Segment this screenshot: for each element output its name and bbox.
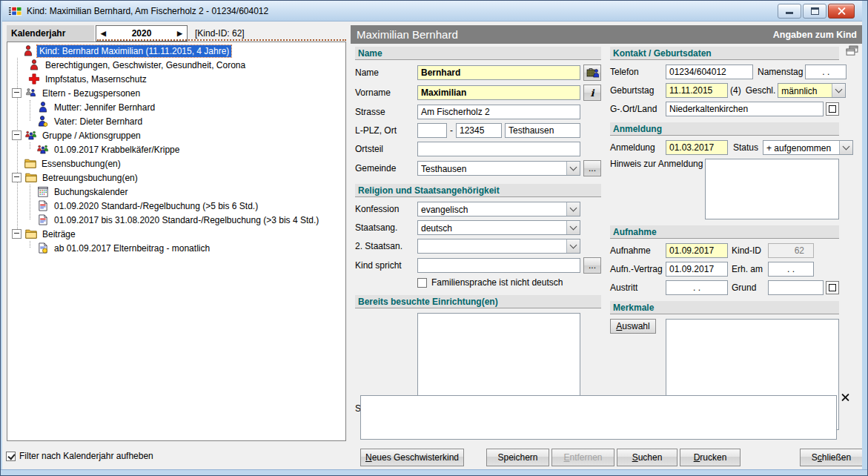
info-button[interactable]: i [583,85,601,101]
tree-item-buchung-2020[interactable]: 01.09.2020 Standard-/Regelbuchung (>5 bi… [7,199,345,213]
tree-item-eltern[interactable]: Eltern - Bezugspersonen [7,86,345,100]
tree-item-label: Buchungskalender [52,186,130,198]
document-calendar-icon [37,214,49,225]
name-row: Name Bernhard [355,65,601,81]
telefon-label: Telefon [610,67,663,77]
collapse-icon[interactable] [12,88,21,98]
folder-icon [24,158,36,169]
persons-pair-icon [25,87,37,99]
aufnahme-field[interactable]: 01.09.2017 [666,243,728,258]
dropdown-button[interactable] [566,221,580,234]
neues-geschwisterkind-button[interactable]: Neues Geschwisterkind [360,449,464,466]
tree-item-impfstatus[interactable]: Impfstatus, Masernschutz [7,72,345,86]
ortsteil-label: Ortsteil [355,144,417,154]
hinweis-textarea[interactable] [705,159,839,219]
drucken-button[interactable]: Drucken [680,449,741,466]
minimize-button[interactable] [778,4,801,19]
kind-spricht-more-button[interactable]: ... [583,257,601,274]
next-year-button[interactable]: ▶ [177,30,182,37]
anmeldung-label: Anmeldung [610,142,663,153]
ort-land-field[interactable]: Niederkaltenkirchen [666,102,824,116]
tree-item-label: Berechtigungen, Geschwister, Gesundheit,… [43,59,248,71]
telefon-row: Telefon 01234/604012 Namenstag . . [610,65,839,79]
tree-item-kind[interactable]: Kind: Bernhard Maximilian (11.11.2015, 4… [7,44,345,58]
person-card-button[interactable] [583,65,601,81]
dropdown-button[interactable] [566,239,580,253]
erh-am-label: Erh. am [732,264,766,274]
staatsang-label: Staatsang. [355,222,417,233]
tree-item-label: Eltern - Bezugspersonen [40,87,142,99]
tree-item-vater[interactable]: Vater: Dieter Bernhard [7,114,345,128]
tree-item-essensbuchung[interactable]: Essensbuchung(en) [7,156,345,171]
grund-field[interactable] [768,280,824,295]
status-dropdown[interactable]: + aufgenommen [763,140,853,155]
einrichtung-textarea[interactable] [417,313,580,397]
tree-item-buchung-2017[interactable]: 01.09.2017 bis 31.08.2020 Standard-/Rege… [7,213,345,227]
tree-item-label: Vater: Dieter Bernhard [52,116,145,128]
name-field[interactable]: Bernhard [417,65,580,80]
kind-spricht-field[interactable] [417,258,580,273]
filter-checkbox[interactable] [6,452,16,461]
staatsan2-dropdown[interactable] [417,239,580,254]
tree-item-mutter[interactable]: Mutter: Jennifer Bernhard [7,100,345,114]
collapse-icon[interactable] [12,229,21,239]
vorname-label: Vorname [355,87,417,98]
strasse-field[interactable]: Am Fischerholz 2 [417,105,580,119]
tree-item-berechtigungen[interactable]: Berechtigungen, Geschwister, Gesundheit,… [7,58,345,72]
tree-item-elternbeitrag[interactable]: ab 01.09.2017 Elternbeitrag - monatlich [7,241,345,255]
gemeinde-dropdown[interactable]: Testhausen [417,161,580,176]
plz-field[interactable]: 12345 [456,123,502,138]
cascade-windows-icon[interactable] [846,45,858,56]
geschl-dropdown[interactable]: männlich [778,83,846,98]
kind-spricht-row: Kind spricht ... [355,257,601,274]
collapse-icon[interactable] [12,173,21,182]
tree-item-label: Beiträge [40,228,78,240]
staatsang-dropdown[interactable]: deutsch [417,220,580,235]
vorname-field[interactable]: Maximilian [417,85,580,100]
dropdown-button[interactable] [839,141,852,154]
ort-land-row: G-.Ort/Land Niederkaltenkirchen [610,102,839,116]
telefon-field[interactable]: 01234/604012 [666,65,753,79]
age-badge: (4) [730,85,741,96]
erh-am-field[interactable]: . . [768,262,814,277]
tree-guide [30,100,30,121]
suchen-button[interactable]: Suchen [617,449,677,466]
vertrag-row: Aufn.-Vertrag 01.09.2017 Erh. am . . [610,262,839,277]
dropdown-button[interactable] [832,84,845,97]
square-icon [829,284,836,291]
gemeinde-row: Gemeinde Testhausen ... [355,160,601,176]
minimize-icon [786,12,793,14]
ort-land-picker-button[interactable] [826,102,839,116]
anmeldung-field[interactable]: 01.03.2017 [666,140,728,155]
tree-view[interactable]: Kind: Bernhard Maximilian (11.11.2015, 4… [7,42,346,441]
ortsteil-field[interactable] [417,142,580,156]
dropdown-button[interactable] [566,202,580,216]
familiensprache-checkbox[interactable] [417,278,427,288]
grund-picker-button[interactable] [826,281,839,294]
tree-item-buchungskalender[interactable]: Buchungskalender [7,185,345,199]
titlebar[interactable]: Kind: Maximilian Bernhard, Am Fischerhol… [2,1,862,22]
austritt-field[interactable]: . . [666,280,728,295]
speichern-button[interactable]: Speichern [486,449,549,466]
konfession-dropdown[interactable]: evangelisch [417,202,580,216]
window-controls [778,4,855,19]
collapse-icon[interactable] [12,130,21,140]
auswahl-button[interactable]: Auswahl [610,319,656,334]
restore-button[interactable] [803,4,826,19]
geburtstag-field[interactable]: 11.11.2015 [666,83,728,98]
namenstag-field[interactable]: . . [805,65,847,79]
close-button[interactable] [828,4,855,19]
notes-textarea[interactable] [360,395,837,440]
tree-item-gruppe[interactable]: Gruppe / Aktionsgruppen [7,128,345,142]
vertrag-field[interactable]: 01.09.2017 [666,262,728,277]
person-blue-icon [37,102,49,113]
ort-field[interactable]: Testhausen [505,123,580,138]
prev-year-button[interactable]: ◀ [101,30,106,37]
schliessen-button[interactable]: Schließen [800,449,863,466]
tree-item-krabbelkaefer[interactable]: 01.09.2017 Krabbelkäfer/Krippe [7,142,345,156]
dropdown-button[interactable] [566,162,580,175]
tree-item-beitraege[interactable]: Beiträge [7,227,345,241]
land-field[interactable] [417,123,447,138]
gemeinde-more-button[interactable]: ... [583,160,601,176]
tree-item-betreuungsbuchung[interactable]: Betreuungsbuchung(en) [7,171,345,185]
